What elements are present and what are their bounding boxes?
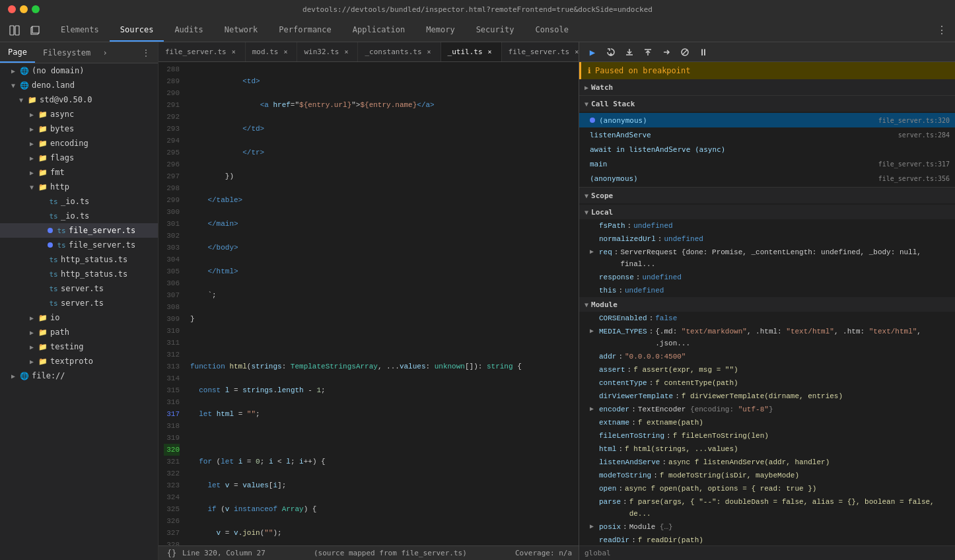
scope-item-modetostring[interactable]: modeToString : f modeToString(isDir, may…	[579, 469, 955, 482]
tree-item-io-ts-1[interactable]: ts _io.ts	[0, 194, 158, 209]
deactivate-breakpoints-button[interactable]	[677, 44, 693, 60]
callstack-header[interactable]: ▼ Call Stack	[579, 96, 955, 112]
scope-item-fspath[interactable]: fsPath : undefined	[579, 219, 955, 232]
tab-page[interactable]: Page	[0, 42, 35, 63]
scope-item-extname[interactable]: extname : f extname(path)	[579, 416, 955, 429]
scope-item-posix[interactable]: ▶ posix : Module {…}	[579, 520, 955, 534]
scope-item-addr[interactable]: addr : "0.0.0.0:4500"	[579, 350, 955, 363]
tree-item-io-ts-2[interactable]: ts _io.ts	[0, 209, 158, 223]
tree-item-file[interactable]: ▶ 🌐 file://	[0, 368, 158, 383]
close-tab-icon[interactable]: ×	[341, 48, 351, 57]
close-button[interactable]	[8, 5, 16, 13]
scope-item-html[interactable]: html : f html(strings, ...values)	[579, 442, 955, 456]
tab-memory[interactable]: Memory	[415, 18, 465, 42]
scope-header[interactable]: ▼ Scope	[579, 188, 955, 203]
scope-key: parse	[599, 496, 621, 508]
tree-item-http-status-1[interactable]: ts http_status.ts	[0, 252, 158, 267]
tree-item-label: path	[50, 328, 69, 337]
tree-item-io[interactable]: ▶ 📁 io	[0, 310, 158, 325]
scope-item-parse[interactable]: parse : f parse(args, { "--": doubleDash…	[579, 495, 955, 520]
scope-item-corsenabled[interactable]: CORSEnabled : false	[579, 312, 955, 325]
scope-item-contenttype[interactable]: contentType : f contentType(path)	[579, 376, 955, 390]
tree-item-server-2[interactable]: ts server.ts	[0, 296, 158, 310]
tab-performance[interactable]: Performance	[268, 18, 341, 42]
scope-item-req[interactable]: ▶ req : ServerRequest {done: Promise, _c…	[579, 246, 955, 271]
tab-network[interactable]: Network	[214, 18, 269, 42]
file-tab-win32-ts[interactable]: win32.ts ×	[297, 42, 358, 61]
scope-item-dirviewertemplate[interactable]: dirViewerTemplate : f dirViewerTemplate(…	[579, 390, 955, 403]
tab-security[interactable]: Security	[466, 18, 525, 42]
scope-item-open[interactable]: open : async f open(path, options = { re…	[579, 482, 955, 495]
callstack-item-2[interactable]: await in listenAndServe (async)	[579, 142, 955, 157]
scope-val: f parse(args, { "--": doubleDash = false…	[629, 496, 950, 520]
domain-icon: 🌐	[18, 81, 30, 90]
close-tab-icon[interactable]: ×	[425, 48, 434, 57]
resume-button[interactable]: ▶	[584, 44, 600, 60]
tree-item-deno-land[interactable]: ▼ 🌐 deno.land	[0, 78, 158, 92]
tab-elements[interactable]: Elements	[50, 18, 110, 42]
tab-console[interactable]: Console	[524, 18, 579, 42]
callstack-item-0[interactable]: (anonymous) file_server.ts:320	[579, 113, 955, 127]
tree-item-std[interactable]: ▼ 📁 std@v0.50.0	[0, 92, 158, 107]
tree-item-fmt[interactable]: ▶ 📁 fmt	[0, 165, 158, 180]
file-tab-file-server-2[interactable]: file_server.ts ×	[502, 42, 579, 61]
line-numbers: 288289290291292 293294295296297 29829930…	[159, 62, 185, 545]
dock-icon[interactable]	[5, 21, 24, 40]
code-content[interactable]: 288289290291292 293294295296297 29829930…	[159, 62, 579, 545]
more-tabs-icon[interactable]: ⋮	[934, 22, 950, 38]
scope-item-encoder[interactable]: ▶ encoder : TextEncoder {encoding: "utf-…	[579, 403, 955, 416]
minimize-button[interactable]	[20, 5, 28, 13]
tree-item-testing[interactable]: ▶ 📁 testing	[0, 339, 158, 354]
close-tab-icon[interactable]: ×	[485, 48, 495, 57]
scope-module-header[interactable]: ▼ Module	[579, 297, 955, 312]
scope-item-assert[interactable]: assert : f assert(expr, msg = "")	[579, 363, 955, 376]
scope-item-normalizedurl[interactable]: normalizedUrl : undefined	[579, 232, 955, 246]
file-tab-mod-ts[interactable]: mod.ts ×	[246, 42, 298, 61]
tab-audits[interactable]: Audits	[164, 18, 213, 42]
tree-item-flags[interactable]: ▶ 📁 flags	[0, 151, 158, 165]
sidebar-more-icon[interactable]: ⋮	[139, 46, 153, 59]
step-into-button[interactable]	[621, 44, 637, 60]
scope-item-filelentostring[interactable]: fileLenToString : f fileLenToString(len)	[579, 429, 955, 442]
tab-sources[interactable]: Sources	[110, 18, 164, 42]
step-over-button[interactable]	[603, 44, 619, 60]
maximize-button[interactable]	[32, 5, 40, 13]
close-tab-icon[interactable]: ×	[229, 48, 238, 57]
more-panels-icon[interactable]: ›	[98, 46, 112, 59]
tree-item-file-server-1[interactable]: ts file_server.ts	[0, 223, 158, 238]
tree-item-file-server-2[interactable]: ts file_server.ts	[0, 238, 158, 252]
callstack-item-3[interactable]: main file_server.ts:317	[579, 157, 955, 171]
watch-header[interactable]: ▶ Watch	[579, 79, 955, 95]
tree-item-no-domain[interactable]: ▶ 🌐 (no domain)	[0, 63, 158, 78]
tree-item-http-status-2[interactable]: ts http_status.ts	[0, 267, 158, 281]
tree-item-http[interactable]: ▼ 📁 http	[0, 180, 158, 194]
callstack-item-4[interactable]: (anonymous) file_server.ts:356	[579, 171, 955, 186]
tree-item-encoding[interactable]: ▶ 📁 encoding	[0, 136, 158, 151]
file-tab-file-server-1[interactable]: file_server.ts ×	[159, 42, 246, 61]
scope-item-mediatypes[interactable]: ▶ MEDIA_TYPES : {.md: "text/markdown", .…	[579, 325, 955, 350]
tab-filesystem[interactable]: Filesystem	[35, 42, 98, 63]
callstack-item-1[interactable]: listenAndServe server.ts:284	[579, 127, 955, 142]
tree-item-async[interactable]: ▶ 📁 async	[0, 107, 158, 122]
scope-item-readdir[interactable]: readDir : f readDir(path)	[579, 534, 955, 545]
close-tab-icon[interactable]: ×	[281, 48, 290, 57]
scope-item-listenandserve[interactable]: listenAndServe : async f listenAndServe(…	[579, 456, 955, 469]
tree-item-server-1[interactable]: ts server.ts	[0, 281, 158, 296]
tree-arrow-icon: ▶	[8, 67, 18, 75]
close-tab-icon[interactable]: ×	[572, 48, 579, 57]
scope-item-this[interactable]: this : undefined	[579, 284, 955, 297]
scope-val: {.md: "text/markdown", .html: "text/html…	[655, 326, 950, 349]
pause-on-exception-button[interactable]: ⏸	[695, 44, 711, 60]
inspect-icon[interactable]	[26, 21, 45, 40]
tree-item-bytes[interactable]: ▶ 📁 bytes	[0, 122, 158, 136]
file-tab-constants-ts[interactable]: _constants.ts ×	[358, 42, 441, 61]
scope-item-response[interactable]: response : undefined	[579, 271, 955, 284]
format-icon[interactable]: {}	[165, 547, 178, 560]
step-button[interactable]	[658, 44, 674, 60]
file-tab-util-ts[interactable]: _util.ts ×	[441, 42, 502, 61]
scope-local-header[interactable]: ▼ Local	[579, 205, 955, 219]
tree-item-path[interactable]: ▶ 📁 path	[0, 325, 158, 339]
tree-item-textproto[interactable]: ▶ 📁 textproto	[0, 354, 158, 368]
tab-application[interactable]: Application	[342, 18, 415, 42]
step-out-button[interactable]	[640, 44, 656, 60]
